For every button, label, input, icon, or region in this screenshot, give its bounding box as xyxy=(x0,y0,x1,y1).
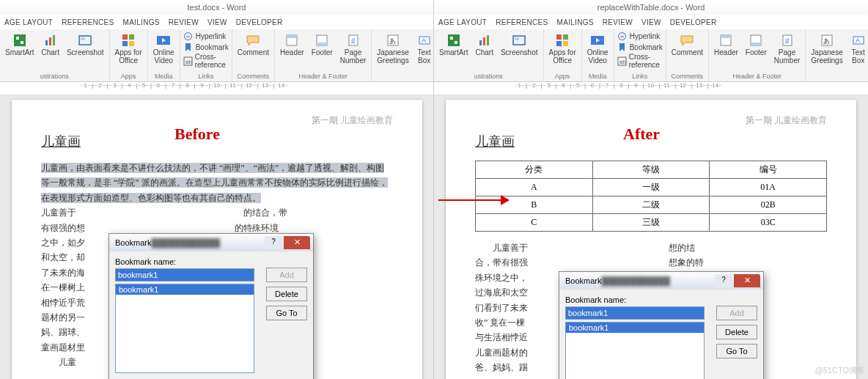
dialog-title: Bookmark xyxy=(565,276,602,285)
video-icon xyxy=(589,32,606,48)
close-button[interactable]: ✕ xyxy=(734,274,760,287)
inserted-table[interactable]: 分类等级编号 A一级01A B二级02B C三级03C xyxy=(475,161,827,232)
chart-button[interactable]: Chart xyxy=(39,31,61,59)
screenshot-icon xyxy=(511,32,527,48)
tab-layout[interactable]: AGE LAYOUT xyxy=(4,18,53,26)
page-number-button[interactable]: #Page Number xyxy=(338,31,369,66)
header-icon xyxy=(284,32,300,48)
tab-layout[interactable]: AGE LAYOUT xyxy=(438,18,487,26)
page-number-icon: # xyxy=(779,32,795,48)
ribbon-tabs: AGE LAYOUT REFERENCES MAILINGS REVIEW VI… xyxy=(434,15,868,29)
bookmark-list-item[interactable]: bookmark1 xyxy=(566,323,704,333)
cross-reference-button[interactable]: abCross-reference xyxy=(183,53,229,69)
ribbon-tabs: AGE LAYOUT REFERENCES MAILINGS REVIEW VI… xyxy=(0,15,433,29)
apps-icon xyxy=(554,32,570,48)
chart-button[interactable]: Chart xyxy=(473,31,495,59)
svg-rect-2 xyxy=(21,41,23,44)
dialog-titlebar[interactable]: Bookmark ████████████ ? ✕ xyxy=(559,272,763,290)
bookmark-name-input[interactable] xyxy=(115,268,254,282)
hyperlink-button[interactable]: Hyperlink xyxy=(183,31,229,41)
left-word-window: test.docx - Word AGE LAYOUT REFERENCES M… xyxy=(0,0,434,379)
svg-rect-39 xyxy=(563,34,568,40)
ribbon: SmartArt Chart Screenshot ustrations App… xyxy=(0,29,433,82)
tab-view[interactable]: VIEW xyxy=(207,18,227,26)
bookmark-icon xyxy=(617,42,628,52)
svg-text:ab: ab xyxy=(185,59,192,65)
table-row[interactable]: A一级01A xyxy=(476,179,827,196)
svg-text:あ: あ xyxy=(389,37,396,45)
window-title: test.docx - Word xyxy=(0,0,433,15)
add-button[interactable]: Add xyxy=(716,306,757,320)
help-button[interactable]: ? xyxy=(265,236,282,249)
apps-for-office-button[interactable]: Apps for Office xyxy=(547,31,578,66)
tab-references[interactable]: REFERENCES xyxy=(496,18,548,26)
table-row[interactable]: C三级03C xyxy=(476,214,827,232)
tab-developer[interactable]: DEVELOPER xyxy=(236,18,283,26)
textbox-icon: A xyxy=(416,32,433,48)
footer-button[interactable]: Footer xyxy=(743,31,769,59)
bookmark-list[interactable]: bookmark1 xyxy=(565,322,705,379)
bookmark-button[interactable]: Bookmark xyxy=(183,42,229,52)
cross-ref-icon: ab xyxy=(183,56,193,66)
svg-text:A: A xyxy=(422,37,426,44)
tab-developer[interactable]: DEVELOPER xyxy=(670,18,717,26)
apps-for-office-button[interactable]: Apps for Office xyxy=(113,31,144,66)
bookmark-icon xyxy=(183,42,194,52)
svg-rect-8 xyxy=(122,34,128,40)
goto-button[interactable]: Go To xyxy=(716,344,757,358)
close-button[interactable]: ✕ xyxy=(284,236,310,249)
greetings-button[interactable]: あJapanese Greetings xyxy=(375,31,411,66)
page-number-button[interactable]: #Page Number xyxy=(772,31,803,66)
dialog-title-blur: ████████████ xyxy=(152,238,265,247)
bookmark-list[interactable]: bookmark1 xyxy=(115,284,254,373)
delete-button[interactable]: Delete xyxy=(266,287,307,301)
svg-rect-18 xyxy=(287,35,297,38)
table-header: 等级 xyxy=(592,161,710,179)
dialog-titlebar[interactable]: Bookmark ████████████ ? ✕ xyxy=(109,234,313,251)
footer-button[interactable]: Footer xyxy=(309,31,335,59)
online-video-button[interactable]: Online Video xyxy=(585,31,611,66)
screenshot-button[interactable]: Screenshot xyxy=(499,31,540,59)
tab-mailings[interactable]: MAILINGS xyxy=(123,18,160,26)
goto-button[interactable]: Go To xyxy=(266,306,307,320)
bookmark-list-item[interactable]: bookmark1 xyxy=(116,284,254,295)
delete-button[interactable]: Delete xyxy=(716,325,757,339)
table-row[interactable]: B二级02B xyxy=(476,196,827,214)
bookmark-name-input[interactable] xyxy=(565,306,705,320)
cross-reference-button[interactable]: abCross-reference xyxy=(617,53,663,69)
svg-rect-7 xyxy=(81,37,85,40)
greetings-icon: あ xyxy=(819,32,835,48)
tab-view[interactable]: VIEW xyxy=(641,18,661,26)
tab-mailings[interactable]: MAILINGS xyxy=(557,18,594,26)
svg-text:A: A xyxy=(856,37,860,44)
comment-button[interactable]: Comment xyxy=(235,31,271,59)
chart-icon xyxy=(43,32,59,48)
comment-icon xyxy=(245,32,261,48)
help-button[interactable]: ? xyxy=(715,274,732,287)
comment-icon xyxy=(679,32,695,48)
ruler: ··1···|···2···|···3···|···4···|···5···|·… xyxy=(434,82,868,95)
header-button[interactable]: Header xyxy=(278,31,306,59)
smartart-button[interactable]: SmartArt xyxy=(437,31,470,59)
header-button[interactable]: Header xyxy=(712,31,740,59)
selected-text[interactable]: 儿童画，由表面看来是不讲什么技法的，不讲 “画理”、“画法”，逾越了透视、解剖、… xyxy=(41,161,393,205)
table-header: 分类 xyxy=(476,161,593,179)
smartart-button[interactable]: SmartArt xyxy=(3,31,36,59)
header-icon xyxy=(718,32,734,48)
add-button[interactable]: Add xyxy=(266,268,307,282)
screenshot-button[interactable]: Screenshot xyxy=(65,31,106,59)
svg-rect-30 xyxy=(448,34,460,46)
hyperlink-button[interactable]: Hyperlink xyxy=(617,31,663,41)
online-video-button[interactable]: Online Video xyxy=(151,31,177,66)
greetings-button[interactable]: あJapanese Greetings xyxy=(809,31,845,66)
textbox-icon: A xyxy=(850,32,867,48)
textbox-button[interactable]: AText Box xyxy=(848,31,868,66)
comment-button[interactable]: Comment xyxy=(669,31,705,59)
tab-review[interactable]: REVIEW xyxy=(169,18,199,26)
bookmark-button[interactable]: Bookmark xyxy=(617,42,663,52)
tab-references[interactable]: REFERENCES xyxy=(62,18,114,26)
svg-rect-40 xyxy=(556,41,562,46)
textbox-button[interactable]: AText Box xyxy=(414,31,434,66)
tab-review[interactable]: REVIEW xyxy=(603,18,633,26)
svg-text:#: # xyxy=(785,37,790,45)
